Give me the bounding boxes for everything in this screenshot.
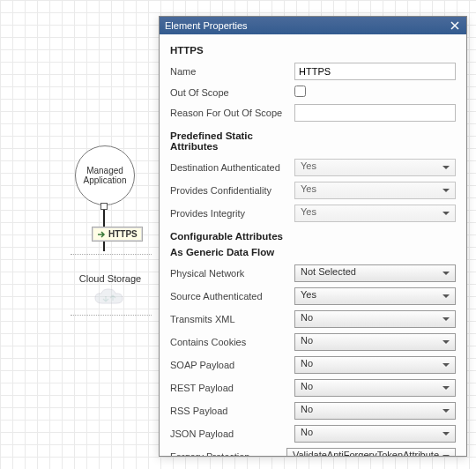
row-out-of-scope: Out Of Scope xyxy=(170,86,456,99)
label-soap: SOAP Payload xyxy=(170,360,289,370)
select-rest[interactable]: No xyxy=(294,379,456,397)
panel-body: HTTPS Name Out Of Scope Reason For Out O… xyxy=(160,34,466,456)
panel-title: Element Properties xyxy=(165,20,248,31)
select-cookies[interactable]: No xyxy=(294,333,456,351)
label-source-auth: Source Authenticated xyxy=(170,291,289,302)
select-confidentiality[interactable]: Yes xyxy=(294,182,456,199)
input-name[interactable] xyxy=(294,63,456,80)
row-transmits-xml: Transmits XML No xyxy=(170,310,456,328)
row-name: Name xyxy=(170,63,456,80)
label-name: Name xyxy=(170,66,289,77)
label-reason: Reason For Out Of Scope xyxy=(170,108,289,118)
label-rest: REST Payload xyxy=(170,383,289,393)
row-confidentiality: Provides Confidentiality Yes xyxy=(170,182,456,199)
select-transmits-xml[interactable]: No xyxy=(294,310,456,328)
label-dest-auth: Destination Authenticated xyxy=(170,162,289,173)
label-confidentiality: Provides Confidentiality xyxy=(170,185,289,196)
select-soap[interactable]: No xyxy=(294,356,456,374)
node-label: Managed Application xyxy=(84,166,127,185)
edge-label-text: HTTPS xyxy=(108,229,138,239)
label-forgery: Forgery Protection xyxy=(170,451,281,456)
label-physical-network: Physical Network xyxy=(170,268,289,279)
label-rss: RSS Payload xyxy=(170,406,289,416)
close-icon xyxy=(450,21,459,30)
select-physical-network[interactable]: Not Selected xyxy=(294,264,456,282)
panel-titlebar[interactable]: Element Properties xyxy=(160,17,466,34)
row-soap: SOAP Payload No xyxy=(170,356,456,374)
node-managed-application[interactable]: Managed Application xyxy=(75,145,135,205)
section-configurable: Configurable Attributes xyxy=(170,231,456,242)
label-cookies: Contains Cookies xyxy=(170,337,289,347)
arrow-icon xyxy=(97,230,106,239)
row-json: JSON Payload No xyxy=(170,425,456,443)
select-source-auth[interactable]: Yes xyxy=(294,287,456,305)
section-generic-flow: As Generic Data Flow xyxy=(170,247,456,257)
label-json: JSON Payload xyxy=(170,428,289,439)
row-forgery: Forgery Protection ValidateAntiForgeryTo… xyxy=(170,448,456,456)
row-reason: Reason For Out Of Scope xyxy=(170,104,456,122)
row-cookies: Contains Cookies No xyxy=(170,333,456,351)
cloud-icon xyxy=(93,287,127,309)
checkbox-out-of-scope[interactable] xyxy=(294,86,306,97)
section-https: HTTPS xyxy=(170,45,456,56)
select-forgery[interactable]: ValidateAntiForgeryTokenAttribute xyxy=(286,448,456,456)
close-button[interactable] xyxy=(449,19,461,32)
row-rss: RSS Payload No xyxy=(170,402,456,420)
label-out-of-scope: Out Of Scope xyxy=(170,87,289,98)
select-json[interactable]: No xyxy=(294,425,456,443)
select-rss[interactable]: No xyxy=(294,402,456,420)
edge-label-https[interactable]: HTTPS xyxy=(92,227,143,242)
row-source-auth: Source Authenticated Yes xyxy=(170,287,456,305)
label-integrity: Provides Integrity xyxy=(170,208,289,219)
row-physical-network: Physical Network Not Selected xyxy=(170,264,456,282)
input-reason[interactable] xyxy=(294,104,456,122)
section-predefined: Predefined Static Attributes xyxy=(170,130,276,152)
label-transmits-xml: Transmits XML xyxy=(170,314,289,324)
cloud-storage-label: Cloud Storage xyxy=(71,273,150,284)
row-integrity: Provides Integrity Yes xyxy=(170,205,456,222)
row-dest-auth: Destination Authenticated Yes xyxy=(170,159,456,176)
element-properties-panel: Element Properties HTTPS Name Out Of Sco… xyxy=(159,16,467,457)
select-integrity[interactable]: Yes xyxy=(294,205,456,222)
row-rest: REST Payload No xyxy=(170,379,456,397)
select-dest-auth[interactable]: Yes xyxy=(294,159,456,176)
